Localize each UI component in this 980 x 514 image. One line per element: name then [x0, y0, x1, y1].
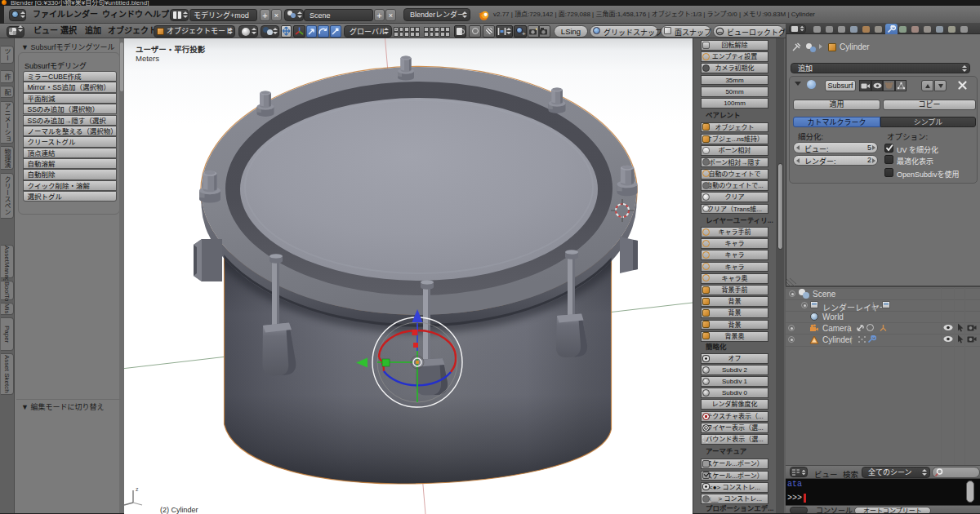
svg-text:z: z: [136, 486, 139, 492]
